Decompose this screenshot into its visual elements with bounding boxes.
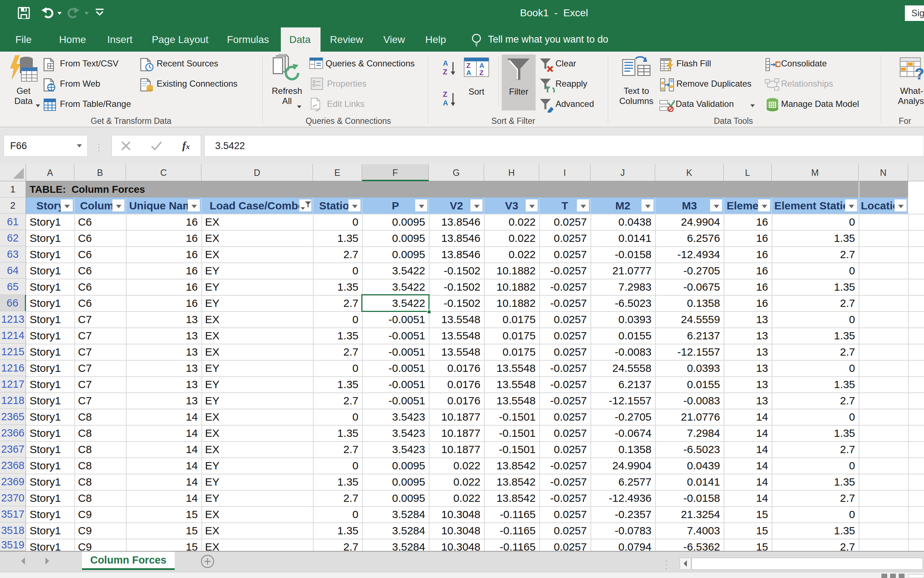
svg-text:A: A — [443, 99, 448, 107]
svg-text:A: A — [479, 62, 485, 69]
svg-text:Z: Z — [466, 62, 471, 69]
svg-text:Z: Z — [443, 91, 447, 98]
svg-text:A: A — [443, 60, 448, 67]
svg-text:Z: Z — [443, 68, 447, 76]
svg-text:Z: Z — [479, 69, 484, 76]
svg-text:A: A — [466, 69, 472, 76]
svg-text:?: ? — [914, 65, 924, 83]
